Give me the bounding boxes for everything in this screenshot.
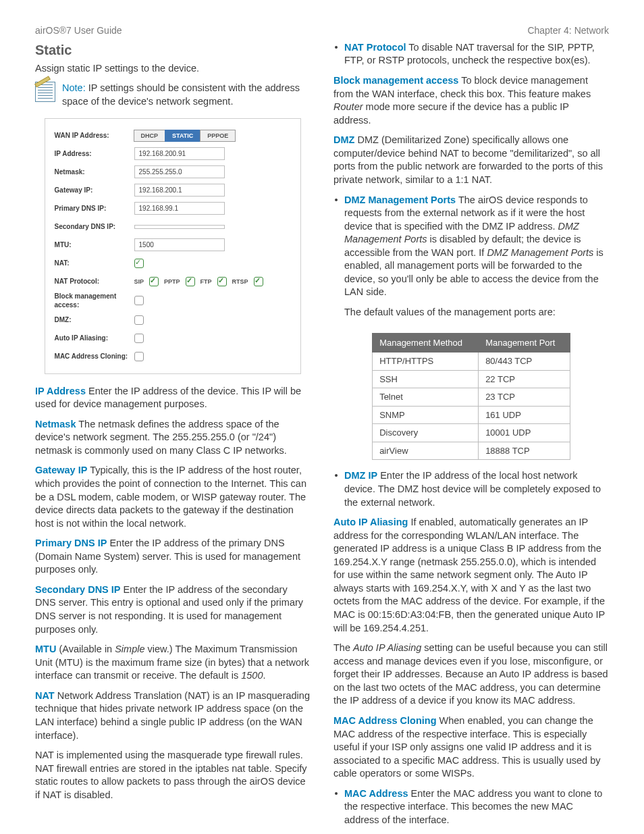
page-header: airOS®7 User Guide Chapter 4: Network (35, 24, 609, 37)
table-cell: HTTP/HTTPS (373, 353, 479, 371)
panel-value: 192.168.99.1 (134, 202, 292, 215)
panel-value: 192.168.200.91 (134, 147, 292, 161)
panel-label: Primary DNS IP: (55, 204, 134, 213)
term: DMZ IP (344, 470, 377, 481)
def-netmask: Netmask The netmask defines the address … (35, 418, 311, 458)
def-nat-p2: NAT is implemented using the masquerade … (35, 749, 311, 802)
panel-row: Block management access: (55, 292, 292, 310)
config-panel: WAN IP Address:DHCPSTATICPPPOEIP Address… (45, 118, 302, 374)
panel-value (134, 225, 292, 229)
panel-label: Gateway IP: (55, 186, 134, 195)
input-box[interactable]: 192.168.200.1 (134, 184, 225, 197)
note-text: Note: IP settings should be consistent w… (62, 82, 311, 108)
panel-row: NAT: (55, 255, 292, 271)
checkbox-ftp[interactable] (217, 277, 227, 286)
checkbox[interactable] (134, 352, 144, 361)
panel-value: 192.168.200.1 (134, 184, 292, 197)
proto-label: PPTP (164, 278, 180, 286)
input-box[interactable]: 192.168.99.1 (134, 202, 225, 215)
panel-row: Gateway IP:192.168.200.1 (55, 182, 292, 199)
panel-row: Primary DNS IP:192.168.99.1 (55, 201, 292, 217)
input-box[interactable]: 1500 (134, 238, 225, 252)
def-ip-address: IP Address Enter the IP address of the d… (35, 385, 311, 411)
def-dmz: DMZ DMZ (Demilitarized Zone) specificall… (333, 134, 609, 186)
panel-value (134, 351, 292, 361)
body-pre: The (333, 642, 353, 653)
body-a: (Available in (56, 644, 115, 654)
bullet-dot: • (333, 469, 339, 509)
body: If enabled, automatically generates an I… (333, 517, 605, 633)
checkbox[interactable] (134, 259, 144, 268)
def-autoip: Auto IP Aliasing If enabled, automatical… (333, 516, 609, 635)
panel-label: DMZ: (55, 315, 134, 325)
bullet-dot: • (333, 194, 339, 326)
panel-row: NAT Protocol:SIPPPTPFTPRTSP (55, 273, 292, 290)
term: MTU (35, 644, 56, 654)
table-row: SNMP161 UDP (373, 406, 570, 424)
panel-label: Secondary DNS IP: (55, 222, 134, 232)
tab-pppoe[interactable]: PPPOE (200, 130, 236, 142)
term: NAT (35, 690, 55, 701)
checkbox[interactable] (134, 315, 144, 325)
panel-label: Auto IP Aliasing: (55, 334, 134, 343)
panel-value: DHCPSTATICPPPOE (134, 130, 292, 142)
panel-row: Netmask:255.255.255.0 (55, 164, 292, 180)
def-mtu: MTU (Available in Simple view.) The Maxi… (35, 643, 311, 683)
body: DMZ (Demilitarized Zone) specifically al… (333, 134, 603, 185)
table-cell: 23 TCP (479, 388, 570, 407)
panel-label: WAN IP Address: (55, 131, 134, 140)
note-label: Note: (62, 82, 86, 93)
bullet-mac-address: • MAC Address Enter the MAC address you … (333, 787, 609, 827)
table-cell: SSH (373, 370, 479, 388)
term: DMZ (333, 134, 354, 145)
proto-label: RTSP (232, 278, 248, 286)
body: Enter the IP address of the local host n… (344, 470, 601, 507)
term: MAC Address Cloning (333, 715, 437, 726)
panel-row: DMZ: (55, 312, 292, 328)
dmz-default-intro: The default values of the management por… (344, 306, 609, 319)
bullet-nat-protocol: • NAT Protocol To disable NAT traversal … (333, 41, 609, 68)
table-cell: Telnet (373, 388, 479, 407)
guide-title: airOS®7 User Guide (35, 24, 122, 37)
panel-row: IP Address:192.168.200.91 (55, 146, 292, 162)
input-box[interactable]: 192.168.200.91 (134, 147, 225, 161)
checkbox[interactable] (134, 296, 144, 305)
checkbox[interactable] (134, 334, 144, 343)
def-autoip-p2: The Auto IP Aliasing setting can be usef… (333, 642, 609, 708)
panel-label: Netmask: (55, 167, 134, 177)
section-intro: Assign static IP settings to the device. (35, 62, 311, 76)
table-cell: 18888 TCP (479, 442, 570, 460)
management-ports-table: Management MethodManagement PortHTTP/HTT… (372, 333, 570, 461)
left-column: Static Assign static IP settings to the … (35, 41, 311, 834)
term: Netmask (35, 419, 76, 429)
checkbox-sip[interactable] (149, 277, 159, 286)
body-it2: DMZ Management Ports (487, 247, 593, 258)
panel-value: 255.255.255.0 (134, 165, 292, 179)
term: Primary DNS IP (35, 538, 107, 548)
panel-value (134, 315, 292, 324)
tab-dhcp[interactable]: DHCP (134, 130, 166, 142)
note-body: IP settings should be consistent with th… (62, 82, 300, 107)
def-block-mgmt: Block management access To block device … (333, 74, 609, 127)
table-cell: airView (373, 442, 479, 460)
input-box[interactable] (134, 225, 225, 229)
term: Block management access (333, 75, 458, 86)
term: IP Address (35, 386, 86, 396)
checkbox-rtsp[interactable] (254, 277, 263, 286)
note-icon (35, 82, 55, 102)
bullet-dot: • (333, 41, 339, 68)
checkbox-pptp[interactable] (186, 277, 195, 286)
input-box[interactable]: 255.255.255.0 (134, 165, 225, 179)
body-b: mode more secure if the device has a pub… (333, 101, 569, 126)
def-primary-dns: Primary DNS IP Enter the IP address of t… (35, 537, 311, 577)
panel-label: NAT: (55, 259, 134, 268)
term: Auto IP Aliasing (333, 517, 408, 527)
body-italic-1: Simple (115, 644, 144, 654)
panel-row: WAN IP Address:DHCPSTATICPPPOE (55, 128, 292, 144)
tab-static[interactable]: STATIC (165, 130, 200, 142)
panel-value (134, 296, 292, 305)
table-row: airView18888 TCP (373, 442, 570, 460)
table-cell: 80/443 TCP (479, 353, 570, 371)
panel-value (134, 333, 292, 342)
panel-label: NAT Protocol: (55, 277, 134, 286)
